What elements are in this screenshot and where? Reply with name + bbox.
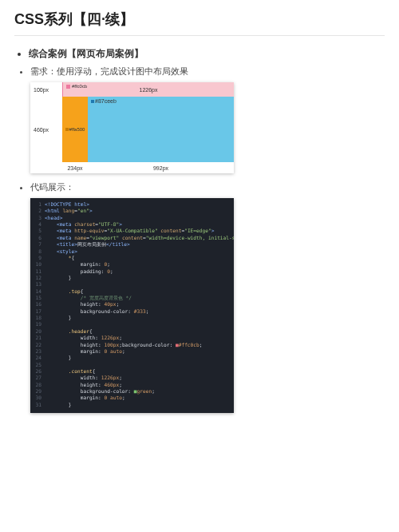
code-editor: 1<!DOCTYPE html>2<html lang="en">3<head>…: [30, 198, 234, 413]
line-number: 5: [30, 228, 45, 234]
code-text: padding: 0;: [45, 268, 234, 275]
code-line: 3<head>: [30, 215, 234, 221]
code-line: 28 height: 460px;: [30, 382, 234, 388]
section-items: 需求：使用浮动，完成设计图中布局效果 100px #ffc0cb 1226px …: [14, 66, 385, 413]
code-line: 31 }: [30, 402, 234, 408]
pink-swatch-icon: [66, 85, 70, 89]
main-blue: #87ceeb: [88, 97, 234, 162]
code-text: <title>网页布局案例</title>: [45, 241, 234, 248]
code-line: 18 }: [30, 315, 234, 321]
line-number: 3: [30, 215, 45, 221]
line-number: 1: [30, 201, 45, 208]
code-text: <head>: [45, 215, 234, 221]
line-number: 27: [30, 375, 45, 381]
code-text: [45, 362, 234, 368]
code-text: <meta charset="UTF-8">: [45, 221, 234, 228]
code-text: /* 宽度高度背景色 */: [45, 295, 234, 301]
header-width-label: 1226px: [140, 87, 158, 93]
line-number: 8: [30, 248, 45, 255]
code-line: 17 background-color: #333;: [30, 308, 234, 315]
code-text: .content{: [45, 368, 234, 375]
code-text: <meta http-equiv="X-UA-Compatible" conte…: [45, 228, 234, 234]
code-text: }: [45, 275, 234, 281]
code-text: .top{: [45, 288, 234, 295]
sidebar-orange: #ffa500: [62, 97, 88, 162]
code-line: 12 }: [30, 275, 234, 281]
code-line: 25: [30, 362, 234, 368]
code-text: height: 100px;background-color: ■#ffc0cb…: [45, 342, 234, 348]
line-number: 31: [30, 402, 45, 408]
title-divider: [14, 35, 385, 36]
code-line: 23 margin: 0 auto;: [30, 348, 234, 355]
code-line: 16 height: 40px;: [30, 301, 234, 308]
code-line: 29 background-color: ■green;: [30, 388, 234, 395]
code-text: [45, 281, 234, 288]
line-number: 21: [30, 335, 45, 341]
code-line: 7 <title>网页布局案例</title>: [30, 241, 234, 248]
code-line: 24 }: [30, 355, 234, 361]
requirement-text: 需求：使用浮动，完成设计图中布局效果: [30, 66, 385, 77]
code-text: margin: 0 auto;: [45, 395, 234, 401]
outline-list: 综合案例【网页布局案例】: [14, 47, 385, 61]
code-text: height: 40px;: [45, 301, 234, 308]
header-bar: #ffc0cb 1226px: [62, 82, 234, 97]
code-line: 15 /* 宽度高度背景色 */: [30, 295, 234, 301]
code-text: margin: 0;: [45, 261, 234, 268]
code-text: .header{: [45, 328, 234, 335]
side-swatch-label: #ffa500: [69, 127, 85, 132]
code-line: 13: [30, 281, 234, 288]
main-swatch-label: #87ceeb: [95, 98, 117, 104]
code-line: 8 <style>: [30, 248, 234, 255]
header-height-label: 100px: [30, 82, 62, 97]
code-text: width: 1226px;: [45, 335, 234, 341]
header-swatch-label: #ffc0cb: [72, 84, 87, 89]
line-number: 10: [30, 261, 45, 268]
line-number: 19: [30, 321, 45, 328]
code-line: 26 .content{: [30, 368, 234, 375]
code-line: 19: [30, 321, 234, 328]
code-line: 27 width: 1226px;: [30, 375, 234, 381]
code-line: 4 <meta charset="UTF-8">: [30, 221, 234, 228]
section-heading: 综合案例【网页布局案例】: [29, 47, 385, 61]
line-number: 15: [30, 295, 45, 301]
code-text: <style>: [45, 248, 234, 255]
line-number: 18: [30, 315, 45, 321]
line-number: 26: [30, 368, 45, 375]
line-number: 16: [30, 301, 45, 308]
code-line: 20 .header{: [30, 328, 234, 335]
line-number: 30: [30, 395, 45, 401]
code-text: <!DOCTYPE html>: [45, 201, 234, 208]
orange-swatch-icon: [65, 128, 69, 131]
line-number: 17: [30, 308, 45, 315]
line-number: 24: [30, 355, 45, 361]
code-text: }: [45, 355, 234, 361]
blue-swatch-icon: [91, 100, 94, 103]
code-text: background-color: #333;: [45, 308, 234, 315]
code-text: <html lang="en">: [45, 208, 234, 214]
code-line: 2<html lang="en">: [30, 208, 234, 214]
code-caption: 代码展示：: [30, 181, 385, 193]
line-number: 29: [30, 388, 45, 395]
line-number: 23: [30, 348, 45, 355]
line-number: 13: [30, 281, 45, 288]
code-line: 1<!DOCTYPE html>: [30, 201, 234, 208]
code-line: 30 margin: 0 auto;: [30, 395, 234, 401]
code-text: }: [45, 402, 234, 408]
code-line: 11 padding: 0;: [30, 268, 234, 275]
sidebar-width-label: 234px: [62, 162, 88, 173]
line-number: 6: [30, 235, 45, 241]
line-number: 20: [30, 328, 45, 335]
line-number: 11: [30, 268, 45, 275]
line-number: 22: [30, 342, 45, 348]
line-number: 25: [30, 362, 45, 368]
code-line: 10 margin: 0;: [30, 261, 234, 268]
code-line: 22 height: 100px;background-color: ■#ffc…: [30, 342, 234, 348]
code-text: <meta name="viewport" content="width=dev…: [45, 235, 234, 241]
main-width-label: 992px: [88, 162, 234, 173]
code-line: 21 width: 1226px;: [30, 335, 234, 341]
code-text: *{: [45, 255, 234, 261]
code-line: 6 <meta name="viewport" content="width=d…: [30, 235, 234, 241]
code-text: height: 460px;: [45, 382, 234, 388]
layout-figure: 100px #ffc0cb 1226px 460px #ffa500: [30, 82, 234, 173]
line-number: 2: [30, 208, 45, 214]
